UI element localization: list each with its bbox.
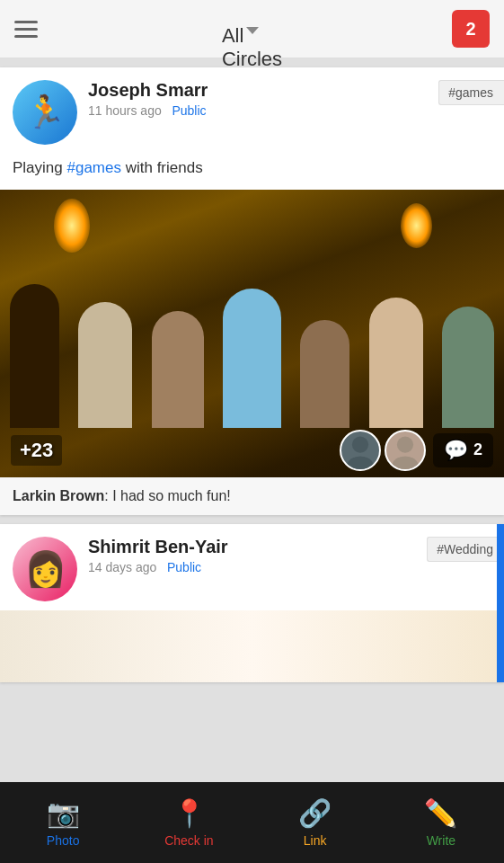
nav-write-label: Write <box>427 833 455 848</box>
post-card: Shimrit Ben-Yair 14 days ago Public #Wed… <box>0 524 504 682</box>
lamp-decoration <box>54 199 90 253</box>
blue-sidebar-accent <box>497 524 504 682</box>
feed-container: Joseph Smarr 11 hours ago Public #games … <box>0 58 504 782</box>
post-visibility[interactable]: Public <box>172 103 206 118</box>
app-header: All Circles 2 <box>0 0 504 58</box>
person-silhouette <box>10 284 59 428</box>
lamp-decoration-right <box>401 203 432 248</box>
header-title-area[interactable]: All Circles <box>246 24 259 34</box>
nav-item-link[interactable]: 🔗 Link <box>252 797 378 848</box>
person-silhouette <box>442 307 494 428</box>
post-header: Joseph Smarr 11 hours ago Public #games <box>0 67 504 154</box>
nav-checkin-label: Check in <box>164 833 213 848</box>
camera-icon: 📷 <box>47 797 80 829</box>
nav-photo-label: Photo <box>47 833 80 848</box>
bottom-nav: 📷 Photo 📍 Check in 🔗 Link ✏️ Write <box>0 782 504 863</box>
comment-text: : I had so much fun! <box>104 488 231 503</box>
post-visibility[interactable]: Public <box>167 560 201 574</box>
post-card: Joseph Smarr 11 hours ago Public #games … <box>0 67 504 515</box>
avatar[interactable] <box>13 80 77 145</box>
person-silhouette <box>369 298 423 428</box>
post-meta: 11 hours ago Public <box>88 103 491 118</box>
people-silhouettes <box>0 266 504 428</box>
avatar[interactable] <box>13 537 77 601</box>
small-avatars <box>340 430 426 471</box>
post-time: 11 hours ago <box>88 103 162 118</box>
person-silhouette <box>78 302 132 428</box>
post-text-hashtag[interactable]: #games <box>66 159 120 176</box>
person-silhouette <box>223 289 281 428</box>
post-text-suffix: with friends <box>121 159 203 176</box>
svg-point-1 <box>347 456 373 471</box>
post-image[interactable]: +23 💬 <box>0 190 504 477</box>
post-author-info: Joseph Smarr 11 hours ago Public <box>88 80 491 118</box>
commenter-avatar[interactable] <box>385 430 426 471</box>
header-title: All Circles <box>222 24 282 71</box>
comment-author: Larkin Brown <box>13 488 104 503</box>
nav-item-photo[interactable]: 📷 Photo <box>0 797 126 848</box>
post-author-name[interactable]: Joseph Smarr <box>88 80 491 101</box>
comment-count-value: 2 <box>473 440 482 459</box>
svg-point-2 <box>397 436 413 452</box>
post-tag[interactable]: #games <box>438 80 504 105</box>
write-icon: ✏️ <box>424 797 457 829</box>
person-silhouette <box>152 311 204 428</box>
plus-count[interactable]: +23 <box>11 435 62 466</box>
comment-icon: 💬 <box>444 439 468 462</box>
post-comment-preview[interactable]: Larkin Brown: I had so much fun! <box>0 477 504 515</box>
post-text: Playing #games with friends <box>0 154 504 190</box>
post-tag[interactable]: #Wedding <box>427 537 504 562</box>
post-text-prefix: Playing <box>13 159 66 176</box>
post-time: 14 days ago <box>88 560 156 574</box>
post-meta: 14 days ago Public <box>88 560 491 574</box>
nav-item-write[interactable]: ✏️ Write <box>378 797 504 848</box>
comment-count[interactable]: 💬 2 <box>433 433 493 467</box>
notification-badge[interactable]: 2 <box>452 10 490 48</box>
person-silhouette <box>300 320 349 428</box>
link-icon: 🔗 <box>298 797 332 829</box>
svg-point-0 <box>352 436 368 452</box>
nav-item-checkin[interactable]: 📍 Check in <box>126 797 252 848</box>
menu-button[interactable] <box>14 21 38 38</box>
post-image-partial <box>0 610 504 682</box>
location-icon: 📍 <box>172 797 206 829</box>
nav-link-label: Link <box>304 833 327 848</box>
svg-point-3 <box>392 456 418 471</box>
commenter-avatar[interactable] <box>340 430 381 471</box>
post-header: Shimrit Ben-Yair 14 days ago Public #Wed… <box>0 524 504 610</box>
photo-overlays: +23 💬 <box>0 423 504 477</box>
